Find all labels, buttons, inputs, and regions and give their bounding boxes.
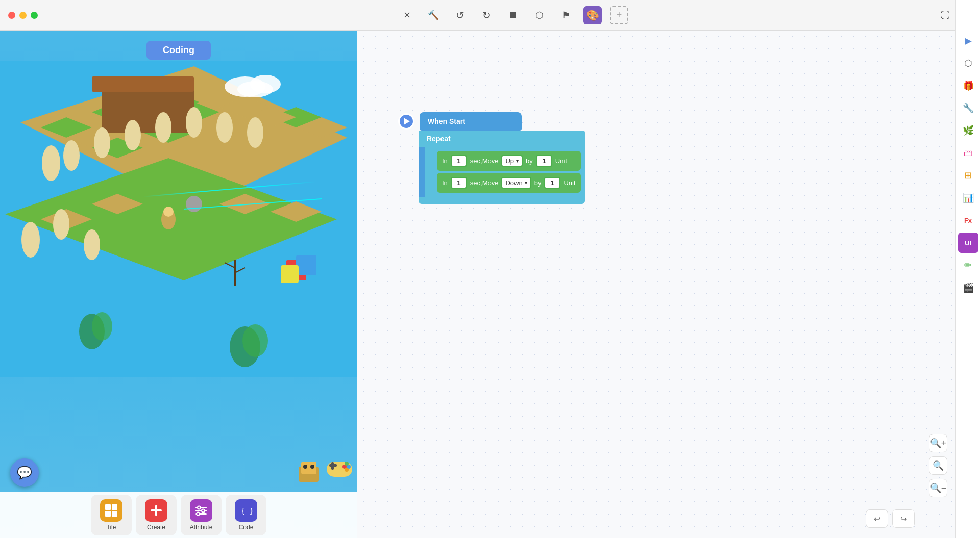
sidebar-wrench-button[interactable]: 🔧 <box>958 98 978 118</box>
attribute-button[interactable]: Attribute <box>181 495 222 535</box>
game-character[interactable] <box>291 451 327 487</box>
create-button[interactable]: Create <box>136 495 177 535</box>
refresh-button[interactable]: ↺ <box>451 6 469 24</box>
flag-button[interactable]: ⚑ <box>557 6 575 24</box>
zoom-in-button[interactable]: 🔍+ <box>929 434 947 452</box>
sidebar-gift-button[interactable]: 🎁 <box>958 75 978 96</box>
code-button[interactable]: { } Code <box>226 495 266 535</box>
tile-icon <box>100 499 122 522</box>
refresh-icon: ↺ <box>456 9 464 21</box>
unit-label-2: Unit <box>564 179 575 187</box>
move-up-block: In 1 sec,Move Up by 1 Unit <box>437 151 581 171</box>
sidebar-film-button[interactable]: 🎬 <box>958 277 978 298</box>
gift-icon: 🎁 <box>963 80 974 91</box>
film-icon: 🎬 <box>963 282 974 293</box>
repeat-bottom-cap <box>419 197 585 204</box>
seconds-input-2[interactable]: 1 <box>451 177 467 189</box>
zoom-out-button[interactable]: 🔍− <box>929 479 947 497</box>
fx-icon: Fx <box>964 217 972 224</box>
sidebar-grid-button[interactable]: ⊞ <box>958 165 978 186</box>
svg-text:{ }: { } <box>241 507 253 515</box>
sidebar-link-button[interactable]: ⬡ <box>958 53 978 73</box>
add-tab-button[interactable]: + <box>610 6 628 24</box>
when-start-block: When Start <box>398 112 585 131</box>
attribute-label: Attribute <box>190 524 213 531</box>
units-input-2[interactable]: 1 <box>544 177 560 189</box>
play-button[interactable] <box>398 113 414 130</box>
character-svg <box>291 451 327 487</box>
direction-dropdown-2[interactable]: Down <box>501 177 531 189</box>
svg-point-30 <box>21 222 40 258</box>
controller-svg <box>324 456 355 482</box>
by-label-1: by <box>526 157 533 165</box>
stop-icon: ⏹ <box>508 10 518 20</box>
redo-button[interactable]: ↻ <box>477 6 496 24</box>
sec-move-label-1: sec,Move <box>470 157 499 165</box>
svg-point-24 <box>94 127 110 158</box>
chat-bubble-button[interactable]: 💬 <box>10 458 39 487</box>
sidebar-pen-button[interactable]: ✏ <box>958 255 978 275</box>
units-input-1[interactable]: 1 <box>536 155 552 167</box>
redo-button[interactable]: ↪ <box>892 509 915 528</box>
terrain-svg <box>0 61 357 377</box>
sidebar-leaf-button[interactable]: 🌿 <box>958 120 978 141</box>
by-label-2: by <box>534 179 542 187</box>
code-icon: { } <box>235 499 257 522</box>
leaf-icon: 🌿 <box>963 125 974 136</box>
svg-point-32 <box>84 229 100 260</box>
maximize-button[interactable] <box>31 12 38 19</box>
svg-point-25 <box>125 120 141 150</box>
tile-button[interactable]: Tile <box>91 495 132 535</box>
unit-label-1: Unit <box>555 157 567 165</box>
code-area: When Start Repeat In 1 sec,Move Up <box>357 31 955 538</box>
link-icon: ⬡ <box>964 58 972 69</box>
in-label-2: In <box>442 179 448 187</box>
paint-button[interactable]: 🎨 <box>583 6 602 24</box>
history-controls: ↩ ↪ <box>866 509 915 528</box>
move-down-block: In 1 sec,Move Down by 1 Unit <box>437 173 581 193</box>
sidebar-fx-button[interactable]: Fx <box>958 210 978 230</box>
wrench-icon: 🔨 <box>428 10 439 21</box>
repeat-label: Repeat <box>427 135 451 143</box>
right-sidebar: ▶ ⬡ 🎁 🔧 🌿 🗃 ⊞ 📊 Fx UI ✏ 🎬 <box>955 0 980 538</box>
svg-point-29 <box>247 117 263 148</box>
create-label: Create <box>147 524 165 531</box>
svg-point-22 <box>42 145 60 181</box>
svg-point-31 <box>53 209 69 240</box>
svg-point-52 <box>303 465 307 469</box>
svg-point-27 <box>186 107 202 138</box>
svg-point-72 <box>197 513 200 516</box>
undo-icon: ↩ <box>874 514 880 524</box>
repeat-block: Repeat In 1 sec,Move Up by 1 Unit <box>419 131 585 204</box>
play-triangle-icon <box>404 118 410 125</box>
seconds-input-1[interactable]: 1 <box>451 155 467 167</box>
sidebar-cursor-button[interactable]: ▶ <box>958 31 978 51</box>
svg-rect-51 <box>301 462 316 474</box>
controller-icon[interactable] <box>322 451 357 487</box>
fullscreen-button[interactable]: ⛶ <box>936 6 954 24</box>
svg-point-35 <box>186 196 202 212</box>
close-button[interactable] <box>8 12 15 19</box>
attribute-icon <box>190 499 212 522</box>
stop-button[interactable]: ⏹ <box>504 6 522 24</box>
sidebar-ui-button[interactable]: UI <box>958 233 978 253</box>
cube-icon: ⬡ <box>535 10 544 21</box>
cube-button[interactable]: ⬡ <box>530 6 549 24</box>
sidebar-storage-button[interactable]: 🗃 <box>958 143 978 163</box>
undo-button[interactable]: ↩ <box>866 509 888 528</box>
chart-icon: 📊 <box>963 192 974 203</box>
svg-rect-56 <box>331 462 334 470</box>
wrench-button[interactable]: 🔨 <box>424 6 443 24</box>
svg-rect-64 <box>112 511 117 517</box>
direction-dropdown-1[interactable]: Up <box>501 155 523 167</box>
paint-icon: 🎨 <box>586 9 599 21</box>
close-tool-button[interactable]: ✕ <box>398 6 416 24</box>
zoom-reset-button[interactable]: 🔍 <box>929 456 947 475</box>
sidebar-chart-button[interactable]: 📊 <box>958 188 978 208</box>
wrench-icon: 🔧 <box>963 103 974 114</box>
minimize-button[interactable] <box>19 12 27 19</box>
svg-rect-61 <box>105 504 111 510</box>
svg-point-28 <box>216 112 233 143</box>
svg-rect-66 <box>151 509 162 511</box>
svg-point-71 <box>202 509 205 513</box>
